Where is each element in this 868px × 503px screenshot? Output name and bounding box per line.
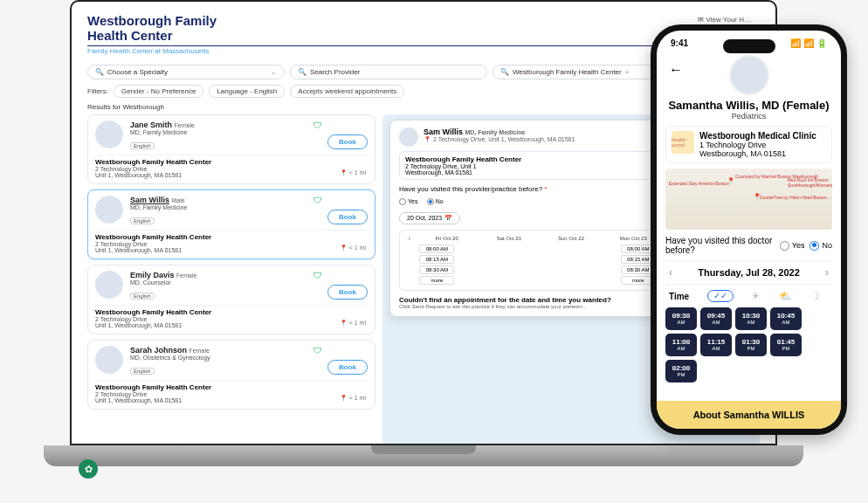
brand-line1: Westborough Family (87, 14, 760, 29)
time-slot-button[interactable]: 02:00PM (665, 360, 697, 382)
provider-avatar (95, 271, 123, 299)
clear-icon[interactable]: × (625, 68, 630, 76)
time-slot (486, 248, 521, 250)
provider-name: Jane Smith Female (130, 121, 195, 129)
back-button[interactable]: ← (669, 62, 683, 78)
date-nav: ‹ Thursday, Jul 28, 2022 › (665, 260, 832, 285)
provider-card[interactable]: Jane Smith Female MD, Family Medicine En… (87, 114, 375, 184)
time-slot (486, 245, 521, 246)
time-slot-button[interactable]: 11:15AM (700, 334, 732, 356)
filters-label: Filters: (87, 87, 108, 95)
time-slot (554, 255, 589, 257)
verified-shield-icon: 🛡 (313, 346, 322, 355)
book-button[interactable]: Book (327, 210, 368, 224)
time-slot-button[interactable]: 10:30AM (735, 307, 767, 330)
facility-address: 2 Technology DriveUnit 1, Westborough, M… (95, 391, 368, 403)
facility-name: Westborough Family Health Center (95, 308, 368, 316)
tod-afternoon-icon[interactable]: ⛅ (779, 290, 792, 302)
facility-name: Westborough Family Health Center (95, 383, 368, 391)
language-badge: English (130, 217, 155, 224)
facility-name: Westborough Family Health Center (95, 158, 368, 166)
visited-no-radio[interactable]: No (809, 241, 832, 251)
provider-search-input[interactable]: 🔍 Search Provider (290, 65, 487, 79)
provider-avatar (95, 196, 123, 224)
distance-label: 📍 < 1 mi (340, 169, 366, 176)
provider-specialty: Pediatrics (665, 112, 832, 121)
tod-all-button[interactable]: ✓✓ (707, 290, 734, 302)
selected-date[interactable]: Thursday, Jul 28, 2022 (698, 267, 800, 278)
clinic-card[interactable]: health portal Westborough Medical Clinic… (665, 126, 832, 163)
filter-gender-chip[interactable]: Gender - No Preference (114, 85, 203, 98)
verified-shield-icon: 🛡 (313, 271, 322, 280)
provider-avatar (95, 346, 123, 374)
provider-avatar (95, 121, 123, 148)
facility-address: 2 Technology DriveUnit 1, Westborough, M… (95, 166, 368, 178)
time-slot[interactable]: 08:00 AM (419, 245, 454, 253)
distance-label: 📍 < 1 mi (340, 245, 366, 252)
prev-week-button[interactable]: ‹ (403, 234, 416, 243)
time-slot-button[interactable]: 11:00AM (665, 334, 697, 356)
provider-card[interactable]: Sam Willis Male MD, Family Medicine Engl… (87, 189, 375, 259)
tod-morning-icon[interactable]: ☀ (751, 290, 761, 302)
language-badge: English (130, 142, 155, 149)
time-slot-button[interactable]: 01:45PM (770, 334, 802, 356)
phone-frame: 9:41 📶 📶 🔋 ← Samantha Willis, MD (Female… (651, 24, 847, 435)
provider-card[interactable]: Sarah Johnson Female MD, Obstetrics & Gy… (87, 340, 375, 410)
status-icons: 📶 📶 🔋 (790, 38, 827, 48)
provider-title: MD, Family Medicine (130, 204, 187, 210)
tod-evening-icon[interactable]: ☽ (810, 290, 820, 302)
provider-name: Samantha Willis, MD (Female) (665, 99, 832, 112)
provider-avatar (399, 127, 418, 147)
time-slot (486, 252, 521, 253)
time-slot[interactable]: 08:15 AM (419, 255, 454, 264)
distance-label: 📍 < 1 mi (340, 320, 366, 327)
eco-badge-icon: ✿ (79, 459, 98, 479)
clinic-map[interactable]: Extended Stay America Boston 📍 Courtyard… (665, 169, 832, 230)
time-slot[interactable]: 08:30 AM (419, 265, 454, 274)
view-records-link[interactable]: ✉ View Your H… (698, 16, 751, 24)
provider-title: MD, Counselor (130, 279, 196, 286)
book-button[interactable]: Book (327, 360, 368, 375)
specialty-select[interactable]: 🔍 Choose a Specialty⌄ (87, 65, 285, 79)
schedule-day-header: Sat Oct 21 (478, 236, 540, 241)
more-slots-button[interactable]: more (419, 276, 454, 285)
visited-yes-radio[interactable]: Yes (399, 198, 417, 205)
time-slot-button[interactable]: 10:45AM (770, 307, 802, 330)
verified-shield-icon: 🛡 (313, 196, 322, 205)
provider-list[interactable]: Jane Smith Female MD, Family Medicine En… (87, 114, 375, 445)
schedule-day-header: Sun Oct 22 (540, 236, 602, 241)
time-slot (554, 245, 589, 246)
panel-provider-address: 📍 2 Technology Drive, Unit 1, Westboroug… (424, 136, 575, 143)
mobile-app: 9:41 📶 📶 🔋 ← Samantha Willis, MD (Female… (657, 31, 841, 429)
about-provider-button[interactable]: About Samantha WILLIS (657, 401, 841, 429)
book-button[interactable]: Book (327, 285, 368, 300)
status-time: 9:41 (671, 38, 688, 48)
book-button[interactable]: Book (327, 134, 368, 149)
provider-name: Emily Davis Female (130, 271, 196, 279)
filter-language-chip[interactable]: Language - English (209, 85, 285, 98)
filter-weekend-chip[interactable]: Accepts weekend appointments (290, 85, 404, 98)
date-picker[interactable]: 20 Oct, 2023 📅 (399, 212, 460, 224)
time-slot-button[interactable]: 09:45AM (700, 307, 732, 330)
time-slot (486, 255, 521, 257)
time-slot-button[interactable]: 01:30PM (735, 334, 767, 356)
visited-question: Have you visited this doctor before? (665, 236, 775, 255)
provider-name: Sam Willis Male (130, 196, 187, 204)
facility-name: Westborough Family Health Center (95, 233, 368, 241)
visited-no-radio[interactable]: No (427, 198, 444, 205)
schedule-day-header: Fri Oct 20 (416, 236, 478, 241)
provider-avatar (729, 55, 769, 95)
provider-card[interactable]: Emily Davis Female MD, Counselor English… (87, 265, 375, 334)
provider-title: MD, Obstetrics & Gynecology (130, 355, 210, 361)
verified-shield-icon: 🛡 (313, 121, 322, 130)
language-badge: English (130, 368, 155, 375)
visited-yes-radio[interactable]: Yes (780, 241, 805, 251)
next-day-button[interactable]: › (825, 266, 829, 279)
phone-notch (723, 39, 775, 53)
time-slots-grid: 09:30AM09:45AM10:30AM10:45AM11:00AM11:15… (665, 307, 832, 382)
time-slot (554, 252, 589, 253)
facility-address: 2 Technology DriveUnit 1, Westborough, M… (95, 316, 368, 328)
time-slot-button[interactable]: 09:30AM (665, 307, 697, 330)
prev-day-button[interactable]: ‹ (669, 266, 672, 279)
laptop-base (44, 445, 803, 466)
